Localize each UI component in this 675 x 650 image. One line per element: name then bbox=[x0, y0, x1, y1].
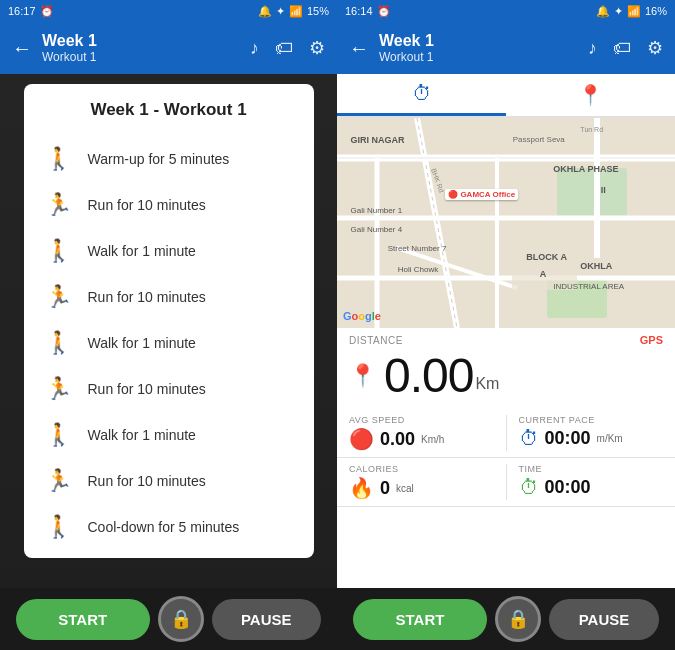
left-panel: 16:17 ⏰ 🔔 ✦ 📶 15% ← Week 1 Workout 1 ♪ 🏷… bbox=[0, 0, 337, 650]
map-background: GIRI NAGAR Passport Seva 🔴 GAMCA Office … bbox=[337, 118, 675, 328]
workout-item-run2: 🏃 Run for 10 minutes bbox=[24, 274, 314, 320]
tab-map[interactable]: 📍 bbox=[506, 74, 675, 116]
run3-text: Run for 10 minutes bbox=[88, 381, 206, 397]
time-value: 00:00 bbox=[545, 477, 591, 498]
start-button-right[interactable]: START bbox=[353, 599, 487, 640]
tab-timer[interactable]: ⏱ bbox=[337, 74, 506, 116]
settings-icon-left[interactable]: ⚙ bbox=[309, 37, 325, 59]
distance-value: 0.00 bbox=[384, 348, 473, 403]
modal-overlay: Week 1 - Workout 1 🚶 Warm-up for 5 minut… bbox=[0, 74, 337, 588]
music-icon-right[interactable]: ♪ bbox=[588, 38, 597, 59]
warmup-icon: 🚶 bbox=[44, 146, 74, 172]
run4-icon: 🏃 bbox=[44, 468, 74, 494]
current-pace-value: 00:00 bbox=[545, 428, 591, 449]
run1-icon: 🏃 bbox=[44, 192, 74, 218]
svg-rect-0 bbox=[337, 118, 675, 328]
status-icons-right: 🔔 ✦ 📶 16% bbox=[596, 5, 667, 18]
avg-speed-value: 0.00 bbox=[380, 429, 415, 450]
bottom-bar-right: START 🔒 PAUSE bbox=[337, 588, 675, 650]
signal-icon-left: 📶 bbox=[289, 5, 303, 18]
workout-item-walk2: 🚶 Walk for 1 minute bbox=[24, 320, 314, 366]
workout-item-warmup: 🚶 Warm-up for 5 minutes bbox=[24, 136, 314, 182]
map-label-okhla-phase: OKHLA PHASE bbox=[553, 164, 618, 174]
walk2-text: Walk for 1 minute bbox=[88, 335, 196, 351]
alarm-icon-left: ⏰ bbox=[40, 5, 54, 18]
workout-item-walk1: 🚶 Walk for 1 minute bbox=[24, 228, 314, 274]
distance-header: DISTANCE GPS bbox=[337, 328, 675, 346]
google-g: G bbox=[343, 310, 352, 322]
avg-speed-unit: Km/h bbox=[421, 434, 444, 445]
stats-divider-2 bbox=[506, 464, 507, 500]
map-view[interactable]: GIRI NAGAR Passport Seva 🔴 GAMCA Office … bbox=[337, 118, 675, 328]
map-label-giri-nagar: GIRI NAGAR bbox=[351, 135, 405, 145]
pause-button-left[interactable]: PAUSE bbox=[212, 599, 322, 640]
fire-icon: 🔥 bbox=[349, 476, 374, 500]
calories-value: 0 bbox=[380, 478, 390, 499]
lock-button-right[interactable]: 🔒 bbox=[495, 596, 541, 642]
lock-button-left[interactable]: 🔒 bbox=[158, 596, 204, 642]
map-pin-icon: 📍 bbox=[578, 83, 603, 107]
bottom-bar-left: START 🔒 PAUSE bbox=[0, 588, 337, 650]
workout-item-cooldown: 🚶 Cool-down for 5 minutes bbox=[24, 504, 314, 550]
bluetooth-icon-left: ✦ bbox=[276, 5, 285, 18]
workout-label-left: Workout 1 bbox=[42, 50, 240, 64]
calories-unit: kcal bbox=[396, 483, 414, 494]
calories-label: CALORIES bbox=[349, 464, 494, 474]
run4-text: Run for 10 minutes bbox=[88, 473, 206, 489]
stats-section: DISTANCE GPS 📍 0.00 Km AVG SPEED 🔴 0.00 … bbox=[337, 328, 675, 588]
music-icon-left[interactable]: ♪ bbox=[250, 38, 259, 59]
start-button-left[interactable]: START bbox=[16, 599, 150, 640]
map-label-tun: Tun Rd bbox=[580, 126, 603, 133]
current-pace-label: CURRENT PACE bbox=[519, 415, 664, 425]
map-poi-gamca: 🔴 GAMCA Office bbox=[445, 189, 518, 200]
status-time-right: 16:14 ⏰ bbox=[345, 5, 391, 18]
tag-icon-right[interactable]: 🏷 bbox=[613, 38, 631, 59]
map-label-okhla-ind: OKHLA bbox=[580, 261, 612, 271]
tag-icon-left[interactable]: 🏷 bbox=[275, 38, 293, 59]
lock-icon-right: 🔒 bbox=[507, 608, 529, 630]
app-header-left: ← Week 1 Workout 1 ♪ 🏷 ⚙ bbox=[0, 22, 337, 74]
signal-icon-right: 📶 bbox=[627, 5, 641, 18]
calories-time-row: CALORIES 🔥 0 kcal TIME ⏱ 00:00 bbox=[337, 458, 675, 507]
gps-badge: GPS bbox=[640, 334, 663, 346]
map-label-okhla-2: II bbox=[601, 185, 606, 195]
left-background: Week 1 - Workout 1 🚶 Warm-up for 5 minut… bbox=[0, 74, 337, 588]
avg-speed-cell: AVG SPEED 🔴 0.00 Km/h bbox=[349, 415, 494, 451]
workout-label-right: Workout 1 bbox=[379, 50, 578, 64]
cooldown-icon: 🚶 bbox=[44, 514, 74, 540]
run3-icon: 🏃 bbox=[44, 376, 74, 402]
run2-text: Run for 10 minutes bbox=[88, 289, 206, 305]
alarm-icon-right: ⏰ bbox=[377, 5, 391, 18]
map-label-passport: Passport Seva bbox=[513, 135, 565, 144]
time-cell: TIME ⏱ 00:00 bbox=[519, 464, 664, 500]
calories-inner: 🔥 0 kcal bbox=[349, 476, 494, 500]
back-button-left[interactable]: ← bbox=[12, 37, 32, 60]
time-inner: ⏱ 00:00 bbox=[519, 476, 664, 499]
map-label-block-a: BLOCK A bbox=[526, 252, 567, 262]
current-pace-inner: ⏱ 00:00 m/Km bbox=[519, 427, 664, 450]
battery-left: 15% bbox=[307, 5, 329, 17]
lock-icon-left: 🔒 bbox=[170, 608, 192, 630]
pause-button-right[interactable]: PAUSE bbox=[549, 599, 659, 640]
distance-main-row: 📍 0.00 Km bbox=[337, 346, 675, 409]
alarm-icon2-left: 🔔 bbox=[258, 5, 272, 18]
workout-item-run3: 🏃 Run for 10 minutes bbox=[24, 366, 314, 412]
alarm-icon2-right: 🔔 bbox=[596, 5, 610, 18]
map-label-gali4: Gali Number 4 bbox=[351, 225, 403, 234]
settings-icon-right[interactable]: ⚙ bbox=[647, 37, 663, 59]
stopwatch-icon: ⏱ bbox=[519, 476, 539, 499]
map-label-gali1: Gali Number 1 bbox=[351, 206, 403, 215]
battery-right: 16% bbox=[645, 5, 667, 17]
header-title-right: Week 1 Workout 1 bbox=[379, 32, 578, 64]
pace-icon: ⏱ bbox=[519, 427, 539, 450]
back-button-right[interactable]: ← bbox=[349, 37, 369, 60]
map-label-street7: Street Number 7 bbox=[388, 244, 447, 253]
workout-item-run4: 🏃 Run for 10 minutes bbox=[24, 458, 314, 504]
current-pace-cell: CURRENT PACE ⏱ 00:00 m/Km bbox=[519, 415, 664, 451]
walk1-text: Walk for 1 minute bbox=[88, 243, 196, 259]
week-label-left: Week 1 bbox=[42, 32, 240, 50]
bluetooth-icon-right: ✦ bbox=[614, 5, 623, 18]
walk3-text: Walk for 1 minute bbox=[88, 427, 196, 443]
header-title-left: Week 1 Workout 1 bbox=[42, 32, 240, 64]
svg-rect-1 bbox=[557, 168, 627, 218]
